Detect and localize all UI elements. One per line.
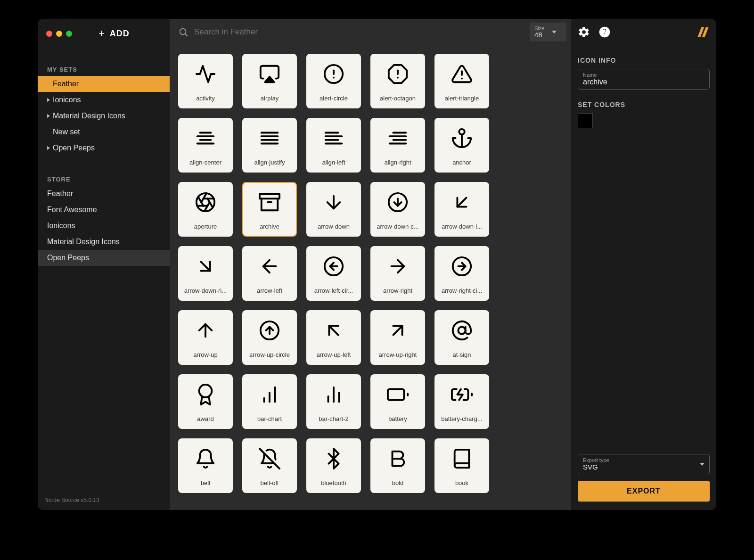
color-swatch[interactable] — [578, 113, 593, 128]
icon-card-bluetooth[interactable]: bluetooth — [306, 438, 361, 493]
minimize-window-dot[interactable] — [56, 31, 62, 37]
icon-card-label: battery — [388, 415, 407, 422]
icon-card-alert-octagon[interactable]: alert-octagon — [370, 54, 425, 108]
icon-card-align-right[interactable]: align-right — [370, 118, 425, 173]
icon-card-arrow-right[interactable]: arrow-right — [370, 246, 425, 301]
sidebar-item-material-design-icons[interactable]: Material Design Icons — [38, 108, 170, 124]
alert-octagon-icon — [387, 63, 409, 85]
icon-card-arrow-up-right[interactable]: arrow-up-right — [370, 310, 425, 365]
sidebar-item-ionicons[interactable]: Ionicons — [38, 92, 170, 108]
export-type-label: Export type — [583, 457, 609, 463]
app-logo — [697, 25, 710, 39]
chevron-right-icon — [47, 98, 50, 102]
icon-card-arrow-right-circle[interactable]: arrow-right-ci... — [434, 246, 489, 301]
export-type-value: SVG — [583, 463, 609, 471]
icon-card-bar-chart-2[interactable]: bar-chart-2 — [306, 374, 361, 429]
icon-card-alert-triangle[interactable]: alert-triangle — [434, 54, 489, 108]
icon-card-arrow-up-left[interactable]: arrow-up-left — [306, 310, 361, 365]
icon-card-label: bold — [392, 479, 404, 486]
icon-card-at-sign[interactable]: at-sign — [434, 310, 489, 365]
gear-icon[interactable] — [578, 26, 590, 38]
align-right-icon — [387, 127, 409, 149]
export-type-select[interactable]: Export type SVG — [578, 454, 710, 474]
icon-card-bell-off[interactable]: bell-off — [242, 438, 297, 493]
icon-card-arrow-left-circle[interactable]: arrow-left-cir... — [306, 246, 361, 301]
icon-card-arrow-down-circle[interactable]: arrow-down-c... — [370, 182, 425, 237]
archive-icon — [259, 191, 280, 213]
at-sign-icon — [451, 320, 473, 341]
svg-line-65 — [260, 449, 279, 469]
icon-card-arrow-left[interactable]: arrow-left — [242, 246, 297, 301]
svg-line-53 — [393, 326, 402, 335]
close-window-dot[interactable] — [46, 31, 52, 37]
icon-card-activity[interactable]: activity — [178, 54, 233, 108]
bold-icon — [387, 448, 409, 469]
sidebar-item-open-peeps[interactable]: Open Peeps — [38, 140, 170, 156]
store-item-font-awesome[interactable]: Font Awesome — [38, 202, 170, 218]
icon-card-bar-chart[interactable]: bar-chart — [242, 374, 297, 429]
export-button[interactable]: EXPORT — [578, 481, 710, 502]
icon-grid-scroll[interactable]: activityairplayalert-circlealert-octagon… — [170, 45, 571, 510]
main-panel: Size 48 activityairplayalert-circlealert… — [170, 19, 571, 510]
icon-card-bold[interactable]: bold — [370, 438, 425, 493]
svg-text:?: ? — [602, 27, 607, 36]
sidebar-item-label: Open Peeps — [47, 254, 89, 262]
icon-card-arrow-down-left[interactable]: arrow-down-l... — [434, 182, 489, 237]
icon-card-bell[interactable]: bell — [178, 438, 233, 493]
add-button[interactable]: + ADD — [98, 27, 130, 40]
icon-card-book[interactable]: book — [434, 438, 489, 493]
icon-card-award[interactable]: award — [178, 374, 233, 429]
icon-card-label: anchor — [452, 159, 471, 166]
icon-card-label: arrow-right — [383, 287, 412, 294]
icon-card-label: bell-off — [261, 479, 279, 486]
name-field[interactable]: Name archive — [578, 69, 710, 90]
arrow-left-icon — [259, 255, 280, 277]
icon-card-arrow-up-circle[interactable]: arrow-up-circle — [242, 310, 297, 365]
icon-card-align-left[interactable]: align-left — [306, 118, 361, 173]
store-item-material-design-icons[interactable]: Material Design Icons — [38, 234, 170, 250]
icon-card-battery-charging[interactable]: battery-charg... — [434, 374, 489, 429]
icon-card-anchor[interactable]: anchor — [434, 118, 489, 173]
anchor-icon — [451, 127, 473, 149]
icon-card-label: bell — [201, 479, 210, 486]
size-select[interactable]: Size 48 — [530, 23, 566, 42]
icon-card-label: battery-charg... — [441, 415, 482, 422]
icon-card-align-center[interactable]: align-center — [178, 118, 233, 173]
chevron-right-icon — [47, 146, 50, 150]
icon-card-aperture[interactable]: aperture — [178, 182, 233, 237]
window-controls: + ADD — [38, 19, 170, 40]
icon-card-label: book — [455, 479, 468, 486]
icon-card-label: arrow-right-ci... — [442, 287, 483, 294]
book-icon — [451, 448, 473, 469]
arrow-down-left-icon — [451, 191, 473, 213]
right-header: ? — [578, 19, 710, 45]
icon-card-label: alert-triangle — [445, 95, 479, 102]
icon-card-label: arrow-up — [193, 351, 217, 358]
store-item-ionicons[interactable]: Ionicons — [38, 218, 170, 234]
align-left-icon — [323, 127, 344, 149]
store-item-feather[interactable]: Feather — [38, 186, 170, 202]
icon-card-airplay[interactable]: airplay — [242, 54, 297, 108]
arrow-up-right-icon — [387, 320, 409, 341]
airplay-icon — [259, 63, 280, 85]
bar-chart-icon — [259, 384, 280, 405]
bluetooth-icon — [323, 448, 344, 469]
search-input[interactable] — [194, 27, 525, 37]
sidebar-item-label: Material Design Icons — [53, 112, 125, 120]
icon-card-arrow-down-right[interactable]: arrow-down-ri... — [178, 246, 233, 301]
help-icon[interactable]: ? — [598, 26, 611, 38]
search-icon — [178, 27, 188, 37]
svg-line-41 — [457, 198, 466, 206]
svg-point-54 — [458, 327, 465, 334]
store-item-open-peeps[interactable]: Open Peeps — [38, 250, 170, 266]
bell-off-icon — [259, 448, 280, 469]
icon-card-archive[interactable]: archive — [242, 182, 297, 237]
sidebar-item-feather[interactable]: Feather — [38, 76, 170, 92]
icon-card-arrow-down[interactable]: arrow-down — [306, 182, 361, 237]
icon-card-alert-circle[interactable]: alert-circle — [306, 54, 361, 108]
icon-card-align-justify[interactable]: align-justify — [242, 118, 297, 173]
icon-card-battery[interactable]: battery — [370, 374, 425, 429]
icon-card-arrow-up[interactable]: arrow-up — [178, 310, 233, 365]
maximize-window-dot[interactable] — [66, 31, 72, 37]
sidebar-item-new-set[interactable]: New set — [38, 124, 170, 140]
